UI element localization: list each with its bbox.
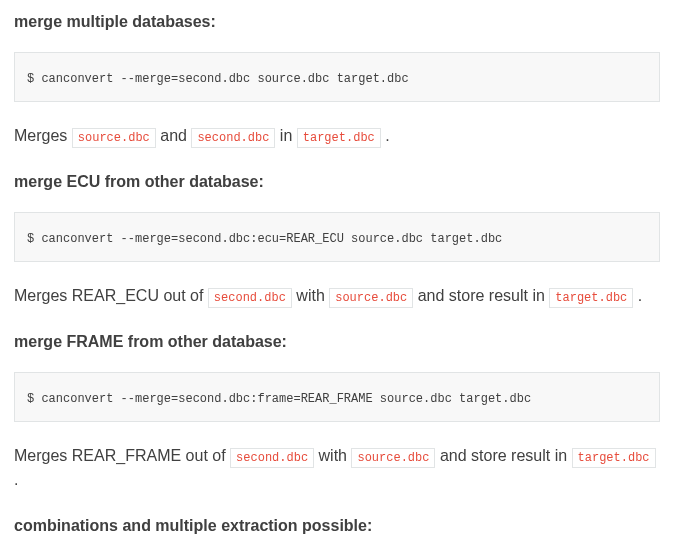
code-block: $ canconvert --merge=second.dbc:frame=RE… — [14, 372, 660, 422]
section-heading: merge FRAME from other database: — [14, 330, 660, 354]
code-block: $ canconvert --merge=second.dbc source.d… — [14, 52, 660, 102]
inline-code: target.dbc — [549, 288, 633, 308]
section-heading: combinations and multiple extraction pos… — [14, 514, 660, 538]
description-paragraph: Merges REAR_FRAME out of second.dbc with… — [14, 444, 660, 492]
section-heading: merge ECU from other database: — [14, 170, 660, 194]
code-content: $ canconvert --merge=second.dbc:frame=RE… — [27, 392, 531, 406]
section-heading: merge multiple databases: — [14, 10, 660, 34]
code-content: $ canconvert --merge=second.dbc source.d… — [27, 72, 409, 86]
inline-code: target.dbc — [297, 128, 381, 148]
inline-code: source.dbc — [351, 448, 435, 468]
code-content: $ canconvert --merge=second.dbc:ecu=REAR… — [27, 232, 502, 246]
code-block: $ canconvert --merge=second.dbc:ecu=REAR… — [14, 212, 660, 262]
inline-code: second.dbc — [230, 448, 314, 468]
inline-code: second.dbc — [208, 288, 292, 308]
inline-code: source.dbc — [329, 288, 413, 308]
description-paragraph: Merges source.dbc and second.dbc in targ… — [14, 124, 660, 148]
inline-code: second.dbc — [191, 128, 275, 148]
inline-code: target.dbc — [572, 448, 656, 468]
inline-code: source.dbc — [72, 128, 156, 148]
description-paragraph: Merges REAR_ECU out of second.dbc with s… — [14, 284, 660, 308]
